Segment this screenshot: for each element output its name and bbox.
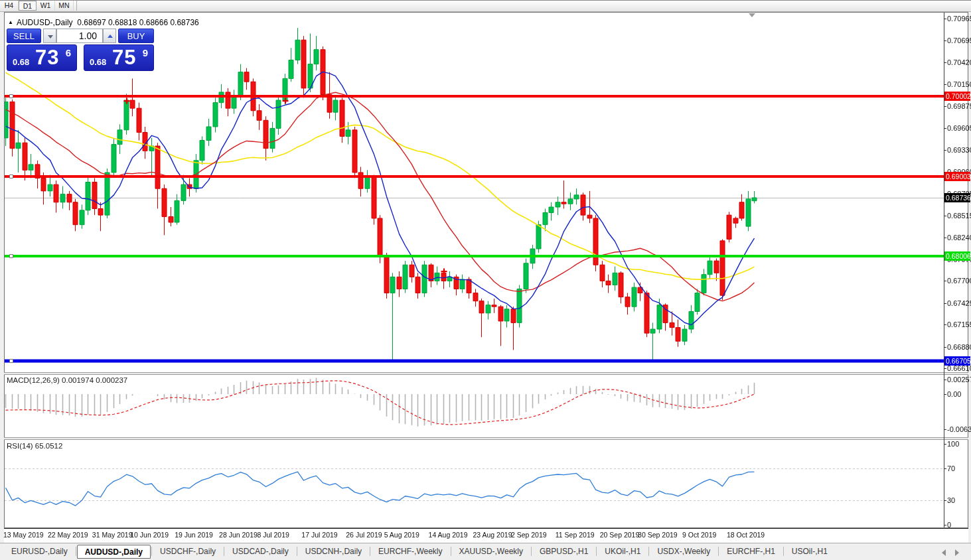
tab-separator <box>76 547 76 556</box>
volume-increase-button[interactable] <box>103 29 116 43</box>
tab-separator <box>783 547 784 556</box>
tab-separator <box>531 547 532 556</box>
buy-price-small: 0.68 <box>90 57 106 67</box>
price-axis-label: 0.68515 <box>947 212 971 220</box>
tab-scroll-left-icon[interactable] <box>942 549 946 556</box>
date-axis-label: 30 Sep 2019 <box>638 531 678 539</box>
date-axis-label: 31 May 2019 <box>92 531 133 539</box>
price-axis-label: 0.69605 <box>947 124 971 132</box>
rsi-axis-label: 0 <box>947 521 951 529</box>
one-click-trade-panel: SELL BUY 0.68 73 6 0.68 75 9 <box>7 29 154 71</box>
symbol-tab[interactable]: USDCAD-,Daily <box>225 545 296 558</box>
tab-separator <box>648 547 649 556</box>
symbol-tab[interactable]: USOil-,H1 <box>784 545 835 558</box>
current-price-box: 0.68736 <box>944 193 970 202</box>
price-axis-label: 0.70695 <box>947 36 971 44</box>
price-axis-label: 0.68240 <box>947 234 971 242</box>
date-axis-label: 20 Sep 2019 <box>600 531 640 539</box>
price-axis-label: 0.66610 <box>947 364 971 372</box>
macd-axis-label: -0.006326 <box>947 425 971 433</box>
symbol-tab[interactable]: USDCNH-,Daily <box>298 545 369 558</box>
price-axis-label: 0.70420 <box>947 58 971 66</box>
macd-axis-label: 0.00 <box>947 390 961 398</box>
buy-button[interactable]: BUY <box>118 29 154 43</box>
tab-separator <box>151 547 152 556</box>
date-axis-label: 2 Sep 2019 <box>511 531 547 539</box>
tab-separator <box>451 547 451 556</box>
date-axis-label: 19 Jun 2019 <box>175 531 213 539</box>
symbol-tab-bar: EURUSD-,DailyAUDUSD-,DailyUSDCHF-,DailyU… <box>0 543 971 560</box>
date-axis-label: 11 Sep 2019 <box>556 531 595 539</box>
date-axis-label: 10 Jun 2019 <box>130 531 169 539</box>
sell-price-box[interactable]: 0.68 73 6 <box>7 44 77 71</box>
chart-shift-marker-icon[interactable] <box>749 13 755 17</box>
symbol-tab[interactable]: EURUSD-,Daily <box>4 545 75 558</box>
symbol-tab[interactable]: USDCHF-,Daily <box>153 545 223 558</box>
price-axis-label: 0.67425 <box>947 299 971 307</box>
level-price-box: 0.66705 <box>944 356 970 366</box>
sell-button[interactable]: SELL <box>7 29 41 43</box>
symbol-tab[interactable]: GBPUSD-,H1 <box>532 545 595 558</box>
level-price-box: 0.70002 <box>944 92 970 101</box>
date-axis-label: 14 Aug 2019 <box>429 531 468 539</box>
sell-price-small: 0.68 <box>13 57 29 67</box>
sell-price-sup: 6 <box>66 47 71 58</box>
ohlc-values: 0.68697 0.68818 0.68666 0.68736 <box>77 18 199 27</box>
macd-label: MACD(12,26,9) 0.001974 0.000237 <box>7 376 127 384</box>
tab-scroll-right-icon[interactable] <box>955 549 959 556</box>
date-axis-label: 9 Oct 2019 <box>682 531 716 539</box>
triangle-up-icon <box>108 35 113 38</box>
volume-input[interactable] <box>56 29 103 43</box>
date-axis-label: 5 Aug 2019 <box>384 531 419 539</box>
symbol-tab[interactable]: EURCHF-,Weekly <box>371 545 449 558</box>
collapse-arrow-icon[interactable]: ▲ <box>8 19 13 25</box>
date-axis-label: 13 May 2019 <box>3 531 44 539</box>
rsi-label: RSI(14) 65.0512 <box>7 442 62 450</box>
date-axis-label: 23 Aug 2019 <box>473 531 512 539</box>
symbol-title: AUDUSD-,Daily <box>17 18 73 27</box>
symbol-tab[interactable]: AUDUSD-,Daily <box>77 545 151 559</box>
tab-separator <box>224 547 224 556</box>
volume-decrease-button[interactable] <box>43 29 56 43</box>
buy-price-big: 75 <box>112 46 136 70</box>
chart-title: ▲AUDUSD-,Daily 0.68697 0.68818 0.68666 0… <box>8 18 199 27</box>
level-price-box: 0.68006 <box>944 251 970 261</box>
date-axis-label: 28 Jun 2019 <box>219 531 258 539</box>
symbol-tab[interactable]: USDX-,Weekly <box>650 545 717 558</box>
price-axis-label: 0.67700 <box>947 277 971 285</box>
tab-separator <box>297 547 297 556</box>
buy-price-sup: 9 <box>143 47 148 58</box>
price-axis-label: 0.70150 <box>947 80 971 88</box>
buy-price-box[interactable]: 0.68 75 9 <box>84 44 154 71</box>
price-axis-label: 0.66880 <box>947 343 971 351</box>
date-axis-label: 18 Oct 2019 <box>727 531 765 539</box>
symbol-tab[interactable]: EURCHF-,H1 <box>719 545 783 558</box>
level-price-box: 0.69003 <box>944 172 970 181</box>
rsi-axis-label: 30 <box>947 496 955 504</box>
date-axis-label: 22 May 2019 <box>48 531 88 539</box>
price-axis-label: 0.70965 <box>947 15 971 23</box>
sell-price-big: 73 <box>35 46 59 70</box>
symbol-tab[interactable]: UKOil-,H1 <box>597 545 648 558</box>
macd-axis-label: 0.002574 <box>947 376 971 384</box>
date-axis-label: 26 Jul 2019 <box>346 531 382 539</box>
rsi-axis-label: 70 <box>947 464 955 472</box>
symbol-tab[interactable]: XAUUSD-,Weekly <box>452 545 530 558</box>
date-axis-label: 8 Jul 2019 <box>257 531 289 539</box>
triangle-down-icon <box>48 35 53 38</box>
price-axis-label: 0.69875 <box>947 102 971 110</box>
rsi-axis-label: 100 <box>947 440 959 448</box>
tab-separator <box>370 547 370 556</box>
tab-separator <box>596 547 597 556</box>
date-axis-label: 17 Jul 2019 <box>301 531 337 539</box>
trading-app-window: H4D1W1MN ▲AUDUSD-,Daily 0.68697 0.68818 … <box>0 0 971 560</box>
price-axis-label: 0.67155 <box>947 320 971 328</box>
price-axis-label: 0.69330 <box>947 146 971 154</box>
chart-canvas[interactable] <box>0 1 971 560</box>
tab-separator <box>718 547 719 556</box>
